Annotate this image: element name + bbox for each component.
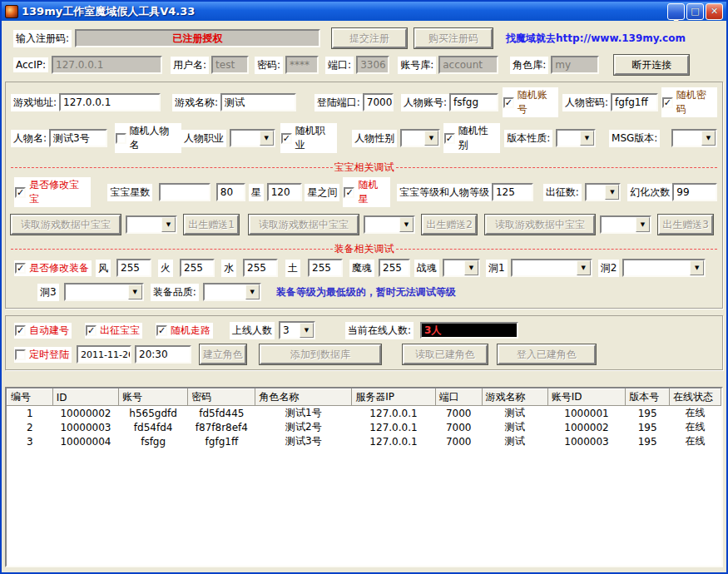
pet-level-input[interactable]: 125 [492, 183, 533, 201]
chevron-down-icon[interactable]: ▼ [690, 260, 704, 275]
column-header-11[interactable]: 在线状态 [669, 389, 721, 406]
chevron-down-icon[interactable]: ▼ [245, 285, 260, 299]
random-password-checkbox[interactable]: ✓ 随机密码 [661, 87, 717, 117]
login-date-input[interactable]: 2011-11-26 [77, 345, 131, 364]
table-row[interactable]: 110000002h565gdfdfd5fd445测试1号127.0.0.170… [7, 406, 721, 421]
read-pet-button-3[interactable]: 读取游戏数据中宝宝 [485, 215, 595, 235]
char-gender-select[interactable]: ▼ [400, 129, 440, 147]
read-pet-button-2[interactable]: 读取游戏数据中宝宝 [249, 215, 359, 235]
column-header-9[interactable]: 账号ID [547, 389, 625, 406]
column-header-10[interactable]: 版本号 [626, 389, 670, 406]
pet-select-1[interactable]: ▼ [126, 215, 177, 234]
username-input[interactable]: test [211, 56, 249, 74]
maximize-icon[interactable]: □ [686, 3, 704, 20]
login-port-input[interactable]: 7000 [363, 93, 394, 111]
chevron-down-icon[interactable]: ▼ [161, 217, 176, 232]
war-soul-select[interactable]: ▼ [443, 259, 480, 277]
table-row[interactable]: 210000003fd54fd4f87f8r8ef4测试2号127.0.0.17… [7, 420, 721, 434]
pet-select-3[interactable]: ▼ [600, 215, 651, 234]
column-header-8[interactable]: 游戏名称 [482, 389, 547, 406]
birth-gift-button-1[interactable]: 出生赠送1 [184, 215, 239, 235]
version-select[interactable]: ▼ [556, 129, 596, 147]
table-row[interactable]: 310000004fsfggfgfg1ff测试3号127.0.0.17000测试… [7, 434, 721, 448]
char-account-input[interactable]: fsfgg [449, 93, 498, 111]
close-icon[interactable]: ✕ [706, 3, 723, 20]
hole3-select[interactable]: ▼ [64, 283, 144, 301]
random-class-checkbox[interactable]: ✓ 随机职业 [280, 123, 338, 153]
account-table-container[interactable]: 编号ID账号密码角色名称服务器IP端口游戏名称账号ID版本号在线状态 11000… [5, 387, 723, 567]
modify-pet-checkbox[interactable]: ✓ 是否修改宝宝 [14, 177, 91, 207]
column-header-2[interactable]: ID [52, 389, 118, 406]
char-password-input[interactable]: fgfg1ff [611, 93, 658, 111]
wind-input[interactable]: 255 [116, 259, 151, 277]
pet-select-2[interactable]: ▼ [364, 215, 415, 234]
password-input[interactable]: **** [285, 56, 319, 74]
chevron-down-icon[interactable]: ▼ [464, 260, 478, 275]
random-name-checkbox[interactable]: 随机人物名 [115, 123, 181, 153]
add-db-button[interactable]: 添加到数据库 [260, 344, 381, 364]
random-walk-checkbox[interactable]: ✓ 随机走路 [156, 323, 213, 339]
column-header-4[interactable]: 密码 [188, 389, 255, 406]
water-input[interactable]: 255 [243, 259, 278, 277]
column-header-7[interactable]: 端口 [435, 389, 482, 406]
star-count-input[interactable] [159, 183, 210, 201]
battle-count-select[interactable]: ▼ [585, 183, 622, 201]
fire-input[interactable]: 255 [180, 259, 215, 277]
timed-login-checkbox[interactable]: 定时登陆 [14, 347, 72, 363]
morph-count-input[interactable]: 99 [672, 183, 717, 201]
hole2-select[interactable]: ▼ [622, 259, 706, 277]
modify-equip-checkbox[interactable]: ✓ 是否修改装备 [14, 260, 92, 276]
column-header-3[interactable]: 账号 [119, 389, 188, 406]
magic-soul-input[interactable]: 255 [379, 259, 410, 277]
register-code-field[interactable]: 已注册授权 [75, 29, 320, 47]
chevron-down-icon[interactable]: ▼ [424, 131, 438, 146]
chevron-down-icon[interactable]: ▼ [577, 260, 591, 275]
birth-gift-button-2[interactable]: 出生赠送2 [422, 215, 477, 235]
login-time-input[interactable]: 20:30 [135, 345, 191, 364]
quality-select[interactable]: ▼ [203, 283, 261, 301]
column-header-1[interactable]: 编号 [7, 389, 53, 406]
chevron-down-icon[interactable]: ▼ [399, 217, 414, 232]
create-role-button[interactable]: 建立角色 [200, 344, 246, 364]
read-pet-button-1[interactable]: 读取游戏数据中宝宝 [11, 215, 121, 235]
hole1-select[interactable]: ▼ [511, 259, 592, 277]
earth-input[interactable]: 255 [308, 259, 343, 277]
random-name-label: 随机人物名 [130, 124, 179, 152]
submit-register-button[interactable]: 提交注册 [332, 28, 407, 48]
disconnect-button[interactable]: 断开连接 [614, 55, 689, 75]
random-gender-checkbox[interactable]: ✓ 随机性别 [443, 123, 501, 153]
read-roles-button[interactable]: 读取已建角色 [403, 344, 488, 364]
role-db-input[interactable]: my [551, 56, 599, 74]
account-db-input[interactable]: account [438, 56, 498, 74]
buy-register-button[interactable]: 购买注册码 [414, 28, 493, 48]
chevron-down-icon[interactable]: ▼ [300, 323, 314, 338]
chevron-down-icon[interactable]: ▼ [580, 131, 594, 146]
pet-battle-checkbox[interactable]: ✓ 出征宝宝 [85, 323, 142, 339]
chevron-down-icon[interactable]: ▼ [128, 285, 142, 299]
login-roles-button[interactable]: 登入已建角色 [498, 344, 596, 364]
random-star-checkbox[interactable]: ✓ 随机星 [343, 177, 390, 207]
random-account-checkbox[interactable]: ✓ 随机账号 [503, 87, 558, 117]
online-count-select[interactable]: 3 ▼ [279, 321, 315, 339]
chevron-down-icon[interactable]: ▼ [605, 185, 619, 200]
minimize-icon[interactable]: _ [667, 3, 685, 20]
game-address-input[interactable]: 127.0.0.1 [59, 93, 161, 111]
port-input[interactable]: 3306 [356, 56, 389, 74]
promo-link[interactable]: 找魔域就去http://www.139my.com [506, 32, 686, 46]
accip-input[interactable]: 127.0.0.1 [52, 56, 162, 74]
auto-create-checkbox[interactable]: ✓ 自动建号 [14, 323, 72, 339]
birth-gift-button-3[interactable]: 出生赠送3 [658, 215, 713, 235]
star-min-input[interactable]: 80 [216, 183, 245, 201]
msg-version-select[interactable]: ▼ [671, 129, 717, 147]
table-cell: 测试 [482, 434, 547, 448]
game-name-input[interactable]: 测试 [220, 93, 296, 111]
column-header-6[interactable]: 服务器IP [352, 389, 436, 406]
chevron-down-icon[interactable]: ▼ [701, 131, 716, 146]
star-max-input[interactable]: 120 [267, 183, 303, 201]
chevron-down-icon[interactable]: ▼ [636, 217, 650, 232]
column-header-5[interactable]: 角色名称 [255, 389, 352, 406]
check-icon: ✓ [15, 263, 26, 274]
chevron-down-icon[interactable]: ▼ [260, 131, 274, 146]
char-name-input[interactable]: 测试3号 [49, 129, 107, 147]
char-class-select[interactable]: ▼ [230, 129, 275, 147]
